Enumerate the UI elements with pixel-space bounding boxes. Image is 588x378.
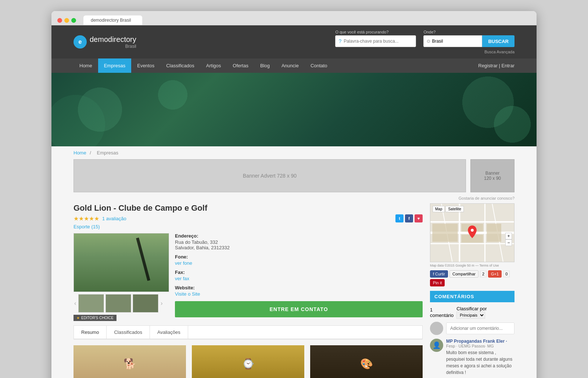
maximize-dot[interactable] [71, 18, 76, 23]
listing-info: Endereço: Rua do Tabuão, 332 Salvador, B… [175, 233, 423, 321]
comment-text: Muito bom esse sistema , pesquisei toda … [446, 349, 514, 376]
gplus-button[interactable]: G+1 [488, 270, 502, 278]
main-photo-inner [74, 233, 169, 292]
advertise-text: Gostaria de anunciar conosco? [74, 196, 514, 200]
svg-rect-11 [432, 224, 458, 242]
breadcrumb-home[interactable]: Home [74, 150, 86, 156]
nav-artigos[interactable]: Artigos [200, 58, 227, 73]
category-tag[interactable]: Esporte (15) [74, 224, 423, 229]
buscar-button[interactable]: BUSCAR [482, 35, 514, 47]
logo-text: demodirectory Brasil [90, 35, 136, 49]
thumbnail-1[interactable] [78, 294, 104, 313]
search-question-icon: ? [338, 38, 341, 44]
commenter-avatar: 👤 [430, 339, 443, 352]
where-input[interactable] [432, 39, 479, 44]
map-zoom: + − [505, 233, 512, 246]
fax-link[interactable]: ver fax [175, 276, 189, 281]
nav-contato[interactable]: Contato [305, 58, 333, 73]
svg-point-13 [471, 229, 474, 232]
nav-anuncie[interactable]: Anuncie [276, 58, 305, 73]
sort-select[interactable]: Principais [456, 311, 485, 319]
banner-main[interactable]: Banner Advert 728 x 90 [74, 159, 466, 192]
location-icon: ⊙ [427, 39, 430, 44]
zoom-out-button[interactable]: − [505, 239, 512, 246]
comment-entry: 👤 MP Propagandas Frank Eler · Fesp · UEM… [430, 339, 514, 378]
map-tabs: Map Satellite [433, 206, 464, 212]
comments-section: COMENTÁRIOS 1 comentário Classificar por… [430, 291, 514, 378]
review-count-link[interactable]: 1 avaliação [102, 216, 126, 221]
favorite-icon[interactable]: ♥ [415, 214, 423, 222]
banner-small[interactable]: Banner120 x 90 [470, 159, 514, 192]
card-2: ⌚ Relógios Antigos R$199.00 Exemplo de r… [192, 345, 304, 378]
minimize-dot[interactable] [64, 18, 69, 23]
address-label: Endereço: [175, 233, 423, 239]
comment-body: MP Propagandas Frank Eler · Fesp · UEMG … [446, 339, 514, 378]
next-thumb-button[interactable]: › [160, 300, 163, 307]
twitter-share-icon[interactable]: t [395, 214, 404, 222]
facebook-share-icon[interactable]: f [405, 214, 413, 222]
compartilhar-button[interactable]: Compartilhar [449, 270, 478, 278]
map-svg [430, 204, 514, 262]
website-label: Website: [175, 285, 423, 290]
card-image-3: 🎨 [310, 345, 423, 378]
content-area: Gold Lion - Clube de Campo e Golf ★★★★★ … [74, 203, 514, 378]
advanced-search-link[interactable]: Busca Avançada [335, 50, 514, 54]
nav-blog[interactable]: Blog [254, 58, 276, 73]
nav-empresas[interactable]: Empresas [98, 58, 132, 73]
nav-eventos[interactable]: Eventos [131, 58, 160, 73]
prev-thumb-button[interactable]: ‹ [74, 300, 77, 307]
tab-avaliacoes[interactable]: Avaliações [150, 326, 188, 339]
share-row: f Curtir Compartilhar 2 G+1 0 Pin it [430, 270, 514, 286]
comment-input[interactable] [446, 322, 514, 334]
site-nav: Home Empresas Eventos Classificados Arti… [51, 58, 537, 73]
map-tab-satellite[interactable]: Satellite [445, 206, 464, 212]
tab-classificados[interactable]: Classificados [107, 326, 150, 339]
banner-row: Banner Advert 728 x 90 Banner120 x 90 [74, 159, 514, 192]
fax-label: Fax: [175, 270, 423, 275]
commenter-meta: Fesp · UEMG Passos· MG [446, 344, 514, 348]
listing-title: Gold Lion - Clube de Campo e Golf [74, 203, 423, 213]
tab-resumo[interactable]: Resumo [74, 326, 107, 339]
hero-background [51, 73, 537, 146]
comment-input-row [430, 322, 514, 335]
nav-classificados[interactable]: Classificados [160, 58, 200, 73]
commenter-name[interactable]: MP Propagandas Frank Eler · [446, 339, 514, 344]
zoom-in-button[interactable]: + [505, 233, 512, 239]
right-column: Map Satellite [430, 203, 514, 378]
map-tab-map[interactable]: Map [433, 206, 445, 212]
contact-button[interactable]: ENTRE EM CONTATO [175, 301, 423, 317]
breadcrumb-current: Empresas [97, 150, 119, 156]
card-3: 🎨 Quadros E Painéis R$425.00 Exemplo de … [310, 345, 423, 378]
address-line1: Rua do Tabuão, 332 [175, 239, 423, 245]
user-avatar-placeholder [430, 322, 443, 335]
close-dot[interactable] [57, 18, 62, 23]
nav-auth[interactable]: Registrar | Entrar [478, 63, 514, 68]
logo-icon: e [74, 35, 87, 49]
curtir-button[interactable]: f Curtir [430, 270, 448, 278]
nav-home[interactable]: Home [74, 58, 98, 73]
search-wrapper: ? [335, 35, 416, 47]
search-label: O que você está procurando? [335, 30, 416, 34]
thumbnail-3[interactable] [133, 294, 158, 313]
svg-rect-10 [487, 224, 502, 242]
site-header: e demodirectory Brasil O que você está p… [51, 25, 537, 58]
card-image-1: 🐕 [74, 345, 186, 378]
where-label: Onde? [423, 30, 514, 34]
phone-link[interactable]: ver fone [175, 260, 192, 266]
star-rating: ★★★★★ [74, 215, 99, 222]
pinterest-button[interactable]: Pin it [430, 279, 445, 286]
comments-header: COMENTÁRIOS [430, 291, 514, 302]
search-input[interactable] [344, 39, 413, 44]
main-content: Home / Empresas Banner Advert 728 x 90 B… [51, 146, 537, 378]
nav-ofertas[interactable]: Ofertas [227, 58, 254, 73]
website-link[interactable]: Visite o Site [175, 291, 200, 297]
browser-tab[interactable]: demodirectory Brasil [83, 15, 142, 25]
where-wrapper: ⊙ [423, 35, 482, 47]
comment-count: 1 comentário [430, 307, 456, 318]
browser-chrome: demodirectory Brasil [51, 11, 537, 25]
map-credits: Map data ©2015 Google 50 m — Terms of Us… [430, 264, 514, 267]
map-area: Map Satellite [430, 203, 514, 262]
thumbnail-2[interactable] [105, 294, 131, 313]
fb-icon: f [433, 272, 434, 276]
fb-count: 2 [480, 271, 487, 277]
